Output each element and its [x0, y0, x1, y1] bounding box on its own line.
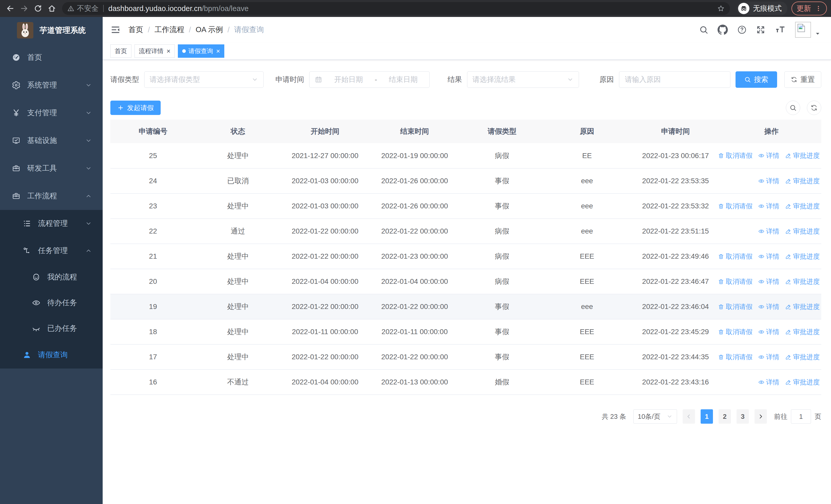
browser-reload-button[interactable] [32, 2, 44, 14]
detail-action-link[interactable]: 详情 [758, 252, 779, 261]
browser-back-button[interactable] [4, 2, 17, 14]
tab-流程详情[interactable]: 流程详情× [135, 45, 175, 58]
close-icon[interactable]: × [216, 48, 220, 54]
cell-id: 21 [110, 244, 196, 269]
cell-type: 婚假 [459, 369, 545, 395]
prev-page-button[interactable] [683, 409, 695, 424]
search-button[interactable]: 搜索 [736, 71, 777, 88]
cell-start: 2022-01-22 00:00:00 [280, 345, 370, 369]
url-text: dashboard.yudao.iocoder.cn/bpm/oa/leave [108, 4, 714, 13]
trash-icon [718, 304, 724, 310]
sidebar-item-流程管理[interactable]: 流程管理 [0, 210, 103, 237]
detail-action-link[interactable]: 详情 [758, 353, 779, 362]
cell-applied: 2022-01-22 23:46:04 [629, 294, 722, 319]
detail-action-link[interactable]: 详情 [758, 151, 779, 160]
sidebar-item-基础设施[interactable]: 基础设施 [0, 127, 103, 154]
sidebar-item-待办任务[interactable]: 待办任务 [0, 290, 103, 316]
cell-status: 处理中 [196, 143, 280, 168]
help-icon[interactable] [737, 25, 747, 35]
progress-action-link[interactable]: 审批进度 [785, 378, 820, 387]
cancel-action-link[interactable]: 取消请假 [718, 327, 752, 336]
leave-table: 申请编号状态开始时间结束时间请假类型原因申请时间操作 25处理中2021-12-… [110, 120, 821, 395]
tab-首页[interactable]: 首页 [110, 45, 132, 58]
cancel-action-link[interactable]: 取消请假 [718, 202, 752, 211]
active-tab-dot [182, 49, 186, 53]
progress-action-link[interactable]: 审批进度 [785, 302, 820, 311]
detail-action-link[interactable]: 详情 [758, 327, 779, 336]
progress-action-link[interactable]: 审批进度 [785, 353, 820, 362]
cancel-action-link[interactable]: 取消请假 [718, 252, 752, 261]
pen-icon [785, 329, 792, 335]
bookmark-star-icon[interactable] [717, 5, 725, 12]
refresh-table-button[interactable] [807, 100, 821, 115]
breadcrumb-item[interactable]: 工作流程 [154, 25, 184, 35]
show-search-button[interactable] [786, 100, 800, 115]
leave-type-select[interactable]: 请选择请假类型 [144, 71, 264, 88]
cell-type: 事假 [459, 345, 545, 369]
sidebar-collapse-icon[interactable] [110, 25, 121, 35]
cell-applied: 2022-01-22 23:44:35 [629, 345, 722, 369]
sidebar-item-任务管理[interactable]: 任务管理 [0, 237, 103, 264]
goto-page-input[interactable] [791, 409, 811, 424]
cancel-action-link[interactable]: 取消请假 [718, 353, 752, 362]
search-icon[interactable] [699, 25, 708, 34]
tab-请假查询[interactable]: 请假查询× [178, 45, 224, 58]
page-button-2[interactable]: 2 [719, 409, 731, 424]
cancel-action-link[interactable]: 取消请假 [718, 302, 752, 311]
reason-input-wrap [619, 71, 730, 88]
detail-action-link[interactable]: 详情 [758, 177, 779, 185]
sidebar-item-系统管理[interactable]: 系统管理 [0, 71, 103, 99]
sidebar-item-研发工具[interactable]: 研发工具 [0, 154, 103, 182]
progress-action-link[interactable]: 审批进度 [785, 202, 820, 211]
progress-action-link[interactable]: 审批进度 [785, 151, 820, 160]
tab-label: 首页 [115, 47, 127, 55]
next-page-button[interactable] [754, 409, 767, 424]
page-button-1[interactable]: 1 [700, 409, 713, 424]
progress-action-link[interactable]: 审批进度 [785, 227, 820, 236]
detail-action-link[interactable]: 详情 [758, 202, 779, 211]
sidebar-item-支付管理[interactable]: 支付管理 [0, 99, 103, 127]
reason-input[interactable] [620, 71, 729, 88]
cancel-action-link[interactable]: 取消请假 [718, 151, 752, 160]
search-icon [744, 76, 751, 83]
progress-action-link[interactable]: 审批进度 [785, 277, 820, 286]
progress-action-link[interactable]: 审批进度 [785, 177, 820, 185]
create-leave-button[interactable]: 发起请假 [110, 100, 161, 115]
github-icon[interactable] [718, 25, 728, 35]
toolbox-icon [12, 192, 21, 200]
fullscreen-icon[interactable] [756, 25, 765, 34]
avatar[interactable] [795, 22, 811, 38]
result-select[interactable]: 请选择流结果 [467, 71, 579, 88]
detail-action-link[interactable]: 详情 [758, 378, 779, 387]
breadcrumb-item[interactable]: 首页 [128, 25, 143, 35]
browser-menu-icon[interactable] [815, 5, 822, 12]
breadcrumb-item[interactable]: OA 示例 [196, 25, 223, 35]
sidebar-item-已办任务[interactable]: 已办任务 [0, 316, 103, 341]
sidebar-item-首页[interactable]: 首页 [0, 43, 103, 71]
sidebar-item-请假查询[interactable]: 请假查询 [0, 341, 103, 368]
browser-home-button[interactable] [46, 2, 58, 14]
security-label: 不安全 [77, 4, 98, 13]
incognito-badge: 无痕模式 [737, 2, 787, 16]
apply-time-range-picker[interactable]: 开始日期 - 结束日期 [309, 71, 430, 88]
reset-button[interactable]: 重置 [784, 71, 821, 88]
detail-action-link[interactable]: 详情 [758, 302, 779, 311]
cancel-action-link[interactable]: 取消请假 [718, 277, 752, 286]
sidebar-item-工作流程[interactable]: 工作流程 [0, 182, 103, 210]
progress-action-label: 审批进度 [793, 327, 820, 336]
app-logo[interactable]: 芋道管理系统 [0, 17, 103, 43]
close-icon[interactable]: × [167, 48, 170, 54]
create-leave-label: 发起请假 [127, 103, 154, 112]
browser-forward-button[interactable] [18, 2, 30, 14]
browser-update-button[interactable]: 更新 [792, 2, 827, 16]
page-size-select[interactable]: 10条/页 [633, 409, 677, 424]
sidebar-item-我的流程[interactable]: 我的流程 [0, 264, 103, 290]
page-button-3[interactable]: 3 [737, 409, 749, 424]
progress-action-link[interactable]: 审批进度 [785, 327, 820, 336]
detail-action-link[interactable]: 详情 [758, 277, 779, 286]
progress-action-link[interactable]: 审批进度 [785, 252, 820, 261]
address-bar[interactable]: 不安全 dashboard.yudao.iocoder.cn/bpm/oa/le… [62, 2, 730, 15]
detail-action-link[interactable]: 详情 [758, 227, 779, 236]
user-avatar-menu[interactable] [795, 22, 821, 38]
font-size-icon[interactable] [775, 25, 786, 35]
